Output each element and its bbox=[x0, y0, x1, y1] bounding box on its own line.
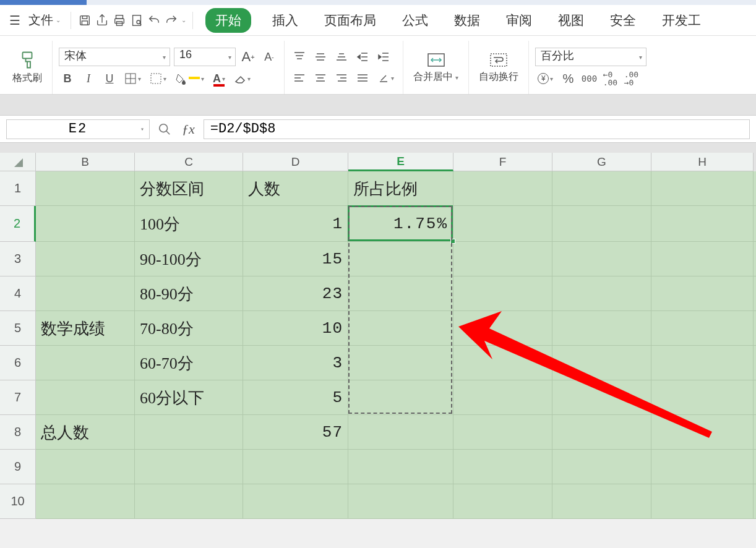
cell[interactable] bbox=[552, 450, 651, 484]
cell[interactable] bbox=[243, 484, 348, 519]
cell[interactable] bbox=[552, 276, 651, 311]
cell[interactable]: 15 bbox=[243, 242, 348, 276]
cell[interactable] bbox=[36, 450, 135, 484]
decrease-indent-icon[interactable] bbox=[354, 48, 371, 66]
number-format-select[interactable]: 百分比 ▾ bbox=[535, 48, 646, 66]
cell[interactable] bbox=[651, 206, 754, 242]
row-header[interactable]: 10 bbox=[0, 484, 36, 519]
cell[interactable] bbox=[552, 206, 651, 242]
cell[interactable] bbox=[453, 311, 552, 346]
format-painter-button[interactable]: 格式刷 bbox=[9, 48, 46, 87]
italic-icon[interactable]: I bbox=[80, 70, 97, 87]
font-size-select[interactable]: 16 ▾ bbox=[174, 48, 236, 66]
cell[interactable] bbox=[552, 242, 651, 276]
cell[interactable] bbox=[36, 484, 135, 519]
cell[interactable]: 80-90分 bbox=[135, 276, 243, 311]
eraser-icon[interactable]: ▾ bbox=[231, 70, 253, 87]
cell[interactable]: 1.75% bbox=[348, 206, 453, 242]
row-header[interactable]: 1 bbox=[0, 171, 36, 206]
name-box[interactable]: E2 ▾ bbox=[6, 119, 150, 139]
cell[interactable] bbox=[348, 311, 453, 346]
cell[interactable] bbox=[135, 450, 243, 484]
cell[interactable]: 10 bbox=[243, 311, 348, 346]
cell[interactable] bbox=[552, 484, 651, 519]
cell[interactable] bbox=[552, 415, 651, 450]
cell[interactable] bbox=[348, 346, 453, 380]
cell[interactable] bbox=[36, 242, 135, 276]
cell[interactable] bbox=[552, 311, 651, 346]
wrap-text-button[interactable]: 自动换行 bbox=[475, 49, 522, 86]
file-menu[interactable]: 文件 ⌄ bbox=[25, 9, 64, 31]
cell[interactable] bbox=[243, 450, 348, 484]
cell[interactable] bbox=[135, 484, 243, 519]
column-header[interactable]: G bbox=[552, 153, 651, 171]
cell[interactable] bbox=[36, 346, 135, 380]
align-top-icon[interactable] bbox=[291, 48, 308, 66]
cell[interactable] bbox=[651, 242, 754, 276]
cells-area[interactable]: 分数区间人数所占比例100分11.75%90-100分1580-90分23数学成… bbox=[36, 171, 756, 519]
font-color-icon[interactable]: A ▾ bbox=[210, 70, 228, 87]
tab-insert[interactable]: 插入 bbox=[267, 8, 303, 33]
cell[interactable] bbox=[348, 415, 453, 450]
tab-review[interactable]: 审阅 bbox=[501, 8, 537, 33]
row-header[interactable]: 5 bbox=[0, 311, 36, 346]
cell[interactable] bbox=[348, 450, 453, 484]
cell[interactable] bbox=[36, 380, 135, 415]
bold-icon[interactable]: B bbox=[59, 70, 76, 87]
cell[interactable] bbox=[651, 484, 754, 519]
cell[interactable]: 57 bbox=[243, 415, 348, 450]
cell[interactable] bbox=[36, 171, 135, 206]
cell[interactable]: 所占比例 bbox=[348, 171, 453, 206]
zoom-icon[interactable] bbox=[156, 121, 173, 138]
cell[interactable] bbox=[36, 206, 135, 242]
decrease-font-icon[interactable]: A- bbox=[260, 48, 278, 66]
currency-icon[interactable]: ¥ ▾ bbox=[535, 70, 556, 87]
cell[interactable] bbox=[552, 171, 651, 206]
row-header[interactable]: 7 bbox=[0, 380, 36, 415]
cell[interactable] bbox=[453, 276, 552, 311]
cell[interactable] bbox=[453, 346, 552, 380]
cell[interactable]: 23 bbox=[243, 276, 348, 311]
cell[interactable]: 100分 bbox=[135, 206, 243, 242]
column-header[interactable]: H bbox=[651, 153, 754, 171]
row-header[interactable]: 8 bbox=[0, 415, 36, 450]
column-header[interactable]: F bbox=[453, 153, 552, 171]
cell[interactable] bbox=[135, 415, 243, 450]
cell[interactable]: 70-80分 bbox=[135, 311, 243, 346]
align-middle-icon[interactable] bbox=[312, 48, 329, 66]
cell[interactable] bbox=[453, 380, 552, 415]
cell[interactable]: 90-100分 bbox=[135, 242, 243, 276]
increase-font-icon[interactable]: A+ bbox=[239, 48, 257, 66]
cell[interactable]: 总人数 bbox=[36, 415, 135, 450]
increase-decimal-icon[interactable]: ←0.00 bbox=[601, 70, 619, 87]
tab-data[interactable]: 数据 bbox=[449, 8, 485, 33]
column-header[interactable]: D bbox=[243, 153, 348, 171]
cell[interactable]: 人数 bbox=[243, 171, 348, 206]
cell[interactable] bbox=[453, 450, 552, 484]
cell[interactable]: 5 bbox=[243, 380, 348, 415]
percent-icon[interactable]: % bbox=[559, 70, 577, 87]
cell[interactable] bbox=[453, 206, 552, 242]
increase-indent-icon[interactable] bbox=[375, 48, 392, 66]
fill-color-icon[interactable]: ▾ bbox=[173, 70, 207, 87]
tab-formula[interactable]: 公式 bbox=[397, 8, 433, 33]
cell[interactable]: 数学成绩 bbox=[36, 311, 135, 346]
share-icon[interactable] bbox=[95, 13, 110, 28]
row-header[interactable]: 3 bbox=[0, 242, 36, 276]
tab-security[interactable]: 安全 bbox=[605, 8, 641, 33]
select-all-corner[interactable] bbox=[0, 153, 36, 171]
cell[interactable] bbox=[348, 276, 453, 311]
align-right-icon[interactable] bbox=[333, 69, 350, 87]
cell[interactable] bbox=[453, 484, 552, 519]
cell[interactable] bbox=[651, 311, 754, 346]
cell[interactable] bbox=[453, 171, 552, 206]
cell[interactable] bbox=[36, 276, 135, 311]
comma-icon[interactable]: 000 bbox=[580, 70, 598, 87]
cell[interactable] bbox=[651, 276, 754, 311]
redo-icon[interactable] bbox=[164, 13, 179, 28]
undo-icon[interactable] bbox=[147, 13, 161, 28]
cell[interactable] bbox=[348, 380, 453, 415]
cell[interactable] bbox=[651, 380, 754, 415]
column-header[interactable]: B bbox=[36, 153, 135, 171]
decrease-decimal-icon[interactable]: .00→0 bbox=[622, 70, 640, 87]
